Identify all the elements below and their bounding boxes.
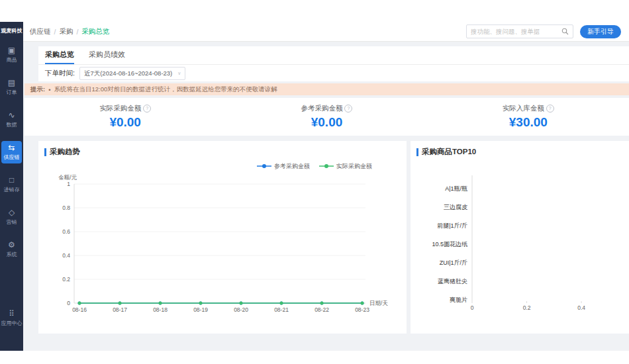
svg-text:蓝鹰猪肚尖: 蓝鹰猪肚尖 xyxy=(438,278,467,285)
sidebar-items: ▣商品▤订单∿数据⇆供应链□进销存◇营销⚙系统⠿应用中心 xyxy=(0,44,23,351)
svg-text:0: 0 xyxy=(471,304,474,311)
info-icon[interactable]: ? xyxy=(143,105,151,113)
title-accent-bar xyxy=(44,148,46,156)
sidebar-item-supply-chain[interactable]: ⇆供应链 xyxy=(1,141,22,163)
system-icon: ⚙ xyxy=(8,241,15,250)
sidebar-item-label: 供应链 xyxy=(4,154,20,161)
trend-chart-svg: 金额/元00.20.40.60.8108-1608-1708-1808-1908… xyxy=(45,173,406,320)
alert-bullet-icon: • xyxy=(48,86,50,93)
content: 采购总览采购员绩效 下单时间: 近7天(2024-08-16~2024-08-2… xyxy=(23,42,629,351)
svg-text:08-19: 08-19 xyxy=(193,306,208,313)
svg-text:金额/元: 金额/元 xyxy=(58,174,77,181)
sidebar-item-app-center[interactable]: ⠿应用中心 xyxy=(1,307,22,330)
svg-text:爽脆片: 爽脆片 xyxy=(450,296,467,303)
sidebar-item-data[interactable]: ∿数据 xyxy=(1,109,22,131)
alert-bar: 提示: • 系统将在当日12:00对前日的数据进行统计，因数据延迟给您带来的不便… xyxy=(24,83,629,95)
inventory-icon: □ xyxy=(9,176,14,185)
filter-row: 下单时间: 近7天(2024-08-16~2024-08-23) ∨ xyxy=(38,65,629,82)
sidebar-item-orders[interactable]: ▤订单 xyxy=(1,76,22,99)
order-time-label: 下单时间: xyxy=(45,69,75,78)
tabs-row: 采购总览采购员绩效 xyxy=(38,46,629,65)
sidebar-item-inventory[interactable]: □进销存 xyxy=(1,173,22,196)
alert-prefix: 提示: xyxy=(30,85,45,94)
svg-text:前腿|1斤/斤: 前腿|1斤/斤 xyxy=(437,222,467,229)
svg-text:0.4: 0.4 xyxy=(62,252,70,259)
sidebar-item-label: 营销 xyxy=(7,218,17,226)
sidebar-item-label: 进销存 xyxy=(4,186,20,193)
stat-label: 参考采购金额? xyxy=(301,104,352,113)
breadcrumb-item[interactable]: 供应链 xyxy=(30,27,51,36)
svg-text:08-17: 08-17 xyxy=(113,306,127,313)
svg-text:0.8: 0.8 xyxy=(62,205,70,211)
newbie-guide-button[interactable]: 新手引导 xyxy=(580,25,621,38)
legend-label: 实际采购金额 xyxy=(336,162,372,171)
breadcrumb-separator: / xyxy=(76,28,78,36)
svg-text:0: 0 xyxy=(67,300,70,306)
topbar: 供应链/采购/采购总览 新手引导 xyxy=(23,22,629,42)
svg-text:A|1瓶/瓶: A|1瓶/瓶 xyxy=(445,185,467,192)
order-time-value: 近7天(2024-08-16~2024-08-23) xyxy=(84,69,172,78)
svg-text:08-21: 08-21 xyxy=(274,306,289,313)
search-icon[interactable] xyxy=(561,28,573,35)
breadcrumb: 供应链/采购/采购总览 xyxy=(30,27,109,36)
sidebar-item-system[interactable]: ⚙系统 xyxy=(1,238,22,261)
sidebar-item-label: 数据 xyxy=(7,121,17,128)
top10-panel-header: 采购商品TOP10 xyxy=(411,141,629,157)
top10-chart-svg: A|1瓶/瓶三边腐皮前腿|1斤/斤10.5圆花边纸ZUI|1斤/斤蓝鹰猪肚尖爽脆… xyxy=(411,169,629,318)
breadcrumb-separator: / xyxy=(54,28,56,36)
orders-icon: ▤ xyxy=(8,79,15,87)
sidebar: 观麦科技 ▣商品▤订单∿数据⇆供应链□进销存◇营销⚙系统⠿应用中心 xyxy=(0,22,23,351)
data-icon: ∿ xyxy=(8,111,15,120)
sidebar-item-label: 商品 xyxy=(7,56,17,64)
legend-label: 参考采购金额 xyxy=(274,162,310,171)
svg-text:08-23: 08-23 xyxy=(355,306,369,313)
alert-text: 系统将在当日12:00对前日的数据进行统计，因数据延迟给您带来的不便敬请谅解 xyxy=(54,85,277,94)
svg-text:08-16: 08-16 xyxy=(72,306,87,313)
svg-text:三边腐皮: 三边腐皮 xyxy=(444,204,467,210)
stat-item: 参考采购金额?¥0.00 xyxy=(226,98,427,136)
search-box xyxy=(466,24,573,38)
svg-text:1: 1 xyxy=(67,181,70,187)
svg-text:0.2: 0.2 xyxy=(523,304,531,311)
title-accent-bar xyxy=(416,148,418,156)
goods-icon: ▣ xyxy=(8,46,15,55)
legend-item[interactable]: 实际采购金额 xyxy=(319,162,372,171)
stat-label-text: 实际采购金额 xyxy=(99,104,141,113)
supply-chain-icon: ⇆ xyxy=(8,144,15,152)
svg-text:0.2: 0.2 xyxy=(62,276,70,283)
top10-panel-title: 采购商品TOP10 xyxy=(422,147,476,157)
legend-marker-icon xyxy=(319,163,334,171)
legend-marker-icon xyxy=(257,163,271,171)
stats-row: 实际采购金额?¥0.00参考采购金额?¥0.00实际入库金额?¥30.00 xyxy=(24,98,629,136)
stat-item: 实际采购金额?¥0.00 xyxy=(24,98,226,136)
trend-legend: 参考采购金额实际采购金额 xyxy=(257,162,372,171)
tab-purchaser-performance[interactable]: 采购员绩效 xyxy=(89,46,125,64)
sidebar-item-goods[interactable]: ▣商品 xyxy=(1,44,22,66)
legend-item[interactable]: 参考采购金额 xyxy=(257,162,310,171)
info-icon[interactable]: ? xyxy=(344,105,352,113)
trend-panel-header: 采购趋势 xyxy=(38,141,407,157)
trend-chart: 金额/元00.20.40.60.8108-1608-1708-1808-1908… xyxy=(45,173,406,322)
info-icon[interactable]: ? xyxy=(546,105,554,113)
breadcrumb-item: 采购总览 xyxy=(81,27,109,36)
trend-panel-title: 采购趋势 xyxy=(50,147,80,157)
search-input[interactable] xyxy=(467,28,561,35)
svg-text:08-18: 08-18 xyxy=(153,306,168,313)
order-time-select[interactable]: 近7天(2024-08-16~2024-08-23) ∨ xyxy=(79,67,185,80)
top10-chart: A|1瓶/瓶三边腐皮前腿|1斤/斤10.5圆花边纸ZUI|1斤/斤蓝鹰猪肚尖爽脆… xyxy=(411,169,629,320)
stat-label: 实际采购金额? xyxy=(99,104,151,113)
stats-card: 实际采购金额?¥0.00参考采购金额?¥0.00实际入库金额?¥30.00 xyxy=(24,98,629,136)
tabs-card: 采购总览采购员绩效 下单时间: 近7天(2024-08-16~2024-08-2… xyxy=(38,46,629,81)
app-center-icon: ⠿ xyxy=(9,310,15,318)
svg-text:0.4: 0.4 xyxy=(577,304,585,311)
tab-purchase-overview[interactable]: 采购总览 xyxy=(45,46,74,64)
breadcrumb-item[interactable]: 采购 xyxy=(59,27,73,36)
stat-label-text: 参考采购金额 xyxy=(301,104,342,113)
svg-text:10.5圆花边纸: 10.5圆花边纸 xyxy=(432,241,467,248)
svg-text:0.6: 0.6 xyxy=(62,228,70,235)
svg-text:日期/天: 日期/天 xyxy=(369,300,388,306)
app-logo: 观麦科技 xyxy=(0,22,23,36)
sidebar-item-marketing[interactable]: ◇营销 xyxy=(1,206,22,228)
stat-value: ¥0.00 xyxy=(109,115,141,130)
sidebar-item-label: 应用中心 xyxy=(1,320,23,327)
